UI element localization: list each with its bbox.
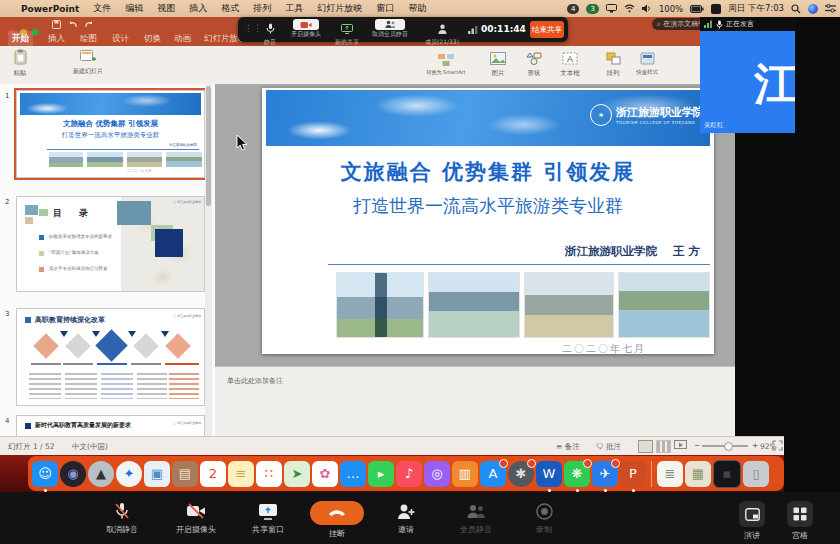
spotlight-icon[interactable]: [791, 4, 801, 14]
slide-thumbnail-4[interactable]: 新时代高职教育高质量发展的新要求 ◯ 浙江旅游职业学院: [16, 415, 205, 437]
dock-launchpad[interactable]: ▲: [88, 461, 114, 487]
mute-button[interactable]: 静音: [256, 19, 284, 47]
dock-calendar[interactable]: 2: [200, 461, 226, 487]
menu-help[interactable]: 帮助: [408, 2, 426, 15]
dock-photos[interactable]: ✿: [312, 461, 338, 487]
unmute-all-button[interactable]: 取消全员静音: [366, 19, 414, 39]
dock-podcasts[interactable]: ◎: [424, 461, 450, 487]
dock-contacts[interactable]: ▤: [172, 461, 198, 487]
dock-shared-screen-window[interactable]: ▪: [713, 460, 741, 488]
slide-thumbnail-3[interactable]: 高职教育持续深化改革 ◯ 浙江旅游职业学院: [16, 308, 205, 406]
dock-messages[interactable]: …: [340, 461, 366, 487]
dock-tim[interactable]: ✈: [592, 461, 618, 487]
dock-wechat[interactable]: ❋: [564, 461, 590, 487]
dock-books[interactable]: ▥: [452, 461, 478, 487]
textbox-button[interactable]: A 文本框: [554, 50, 586, 78]
start-camera-button-bottom[interactable]: 开启摄像头: [160, 501, 232, 535]
wifi-icon[interactable]: [624, 4, 635, 13]
dock-music[interactable]: ♪: [396, 461, 422, 487]
zoom-slider[interactable]: [702, 445, 748, 447]
menubar-app-name[interactable]: PowerPoint: [21, 4, 79, 14]
battery-icon[interactable]: [690, 5, 704, 13]
dock-notes[interactable]: ≡: [228, 461, 254, 487]
dock-safari[interactable]: ✦: [116, 461, 142, 487]
dock-preview[interactable]: ▣: [144, 461, 170, 487]
dock-downloads-folder[interactable]: ▦: [685, 461, 711, 487]
dock-app-store[interactable]: A: [480, 461, 506, 487]
menu-arrange[interactable]: 排列: [253, 2, 271, 15]
control-center-icon[interactable]: [825, 4, 836, 13]
menu-file[interactable]: 文件: [93, 2, 111, 15]
siri-icon[interactable]: [808, 4, 818, 14]
slide-thumbnail-1[interactable]: 文旅融合 优势集群 引领发展 打造世界一流高水平旅游类专业群 浙江旅游职业学院 …: [16, 90, 205, 178]
tab-design[interactable]: 设计: [108, 31, 133, 47]
slide-sorter-view-button[interactable]: [656, 440, 671, 453]
dock-facetime[interactable]: ▸: [368, 461, 394, 487]
dock-reminders[interactable]: ∷: [256, 461, 282, 487]
menu-view[interactable]: 视图: [157, 2, 175, 15]
menubar-clock[interactable]: 周日 下午7:03: [728, 3, 784, 15]
dock-powerpoint[interactable]: P: [620, 461, 646, 487]
main-slide[interactable]: ✶ 浙江旅游职业学院 TOURISM COLLEGE OF ZHEJIANG 文…: [262, 88, 714, 354]
comments-toggle-button[interactable]: 🗨 批注: [596, 442, 621, 452]
speaker-view-button[interactable]: 演讲: [730, 501, 774, 541]
redo-icon[interactable]: [84, 20, 94, 29]
invite-button[interactable]: 邀请: [370, 501, 442, 535]
slide-thumbnail-2[interactable]: ◯ 浙江旅游职业学院 目 录 职教改革对旅游类专业的新要求 “双高计划”整体建设…: [16, 196, 205, 292]
menu-tools[interactable]: 工具: [285, 2, 303, 15]
end-share-button[interactable]: 结束共享: [530, 21, 564, 38]
dock-textedit[interactable]: ≣: [657, 461, 683, 487]
notes-toggle-button[interactable]: ≡ 备注: [556, 442, 580, 452]
tab-home[interactable]: 开始: [8, 31, 33, 47]
paste-button[interactable]: 粘贴: [8, 49, 32, 78]
dock-word[interactable]: W: [536, 461, 562, 487]
picture-button[interactable]: 图片: [482, 50, 514, 78]
members-button[interactable]: 成员(21/33): [418, 19, 466, 47]
undo-icon[interactable]: [68, 20, 78, 29]
slideshow-view-button[interactable]: [674, 440, 687, 451]
new-share-button[interactable]: 新的共享: [330, 19, 364, 47]
language-indicator[interactable]: 中文(中国): [72, 442, 108, 452]
dock-system-preferences[interactable]: ✱: [508, 461, 534, 487]
convert-smartart-button[interactable]: 转换为 SmartArt: [424, 51, 468, 76]
quick-styles-button[interactable]: 快速样式: [630, 50, 664, 76]
input-method-icon[interactable]: [711, 4, 721, 14]
unmute-button[interactable]: 取消静音: [86, 501, 158, 535]
normal-view-button[interactable]: [638, 440, 653, 453]
record-button[interactable]: 录制: [508, 501, 580, 535]
meeting-floating-toolbar[interactable]: ⋮⋮ 静音 开启摄像头 新的共享 取消全员静音 成员(21/33) 00:11:…: [238, 17, 568, 42]
dock-maps[interactable]: ➤: [284, 461, 310, 487]
speaker-video-window[interactable]: 正在发言 江 吴红红: [700, 17, 795, 133]
notification-badge-a[interactable]: 4: [567, 4, 579, 14]
tab-draw[interactable]: 绘图: [76, 31, 101, 47]
share-window-button[interactable]: 共享窗口: [232, 501, 304, 535]
menu-insert[interactable]: 插入: [189, 2, 207, 15]
new-slide-button[interactable]: 新建幻灯片: [70, 49, 106, 75]
menu-format[interactable]: 格式: [221, 2, 239, 15]
tab-animations[interactable]: 动画: [170, 31, 195, 47]
mute-all-button[interactable]: 全员静音: [440, 501, 512, 535]
dock-siri[interactable]: ◉: [60, 461, 86, 487]
save-icon[interactable]: [52, 20, 61, 29]
menu-slideshow[interactable]: 幻灯片放映: [317, 2, 362, 15]
start-camera-button[interactable]: 开启摄像头: [286, 19, 326, 39]
zoom-slider-handle[interactable]: [724, 442, 733, 451]
arrange-button[interactable]: 排列: [598, 50, 628, 78]
shapes-button[interactable]: 形状: [518, 50, 550, 78]
zoom-out-button[interactable]: −: [694, 441, 700, 450]
dock-finder[interactable]: ☺: [32, 461, 58, 487]
window-zoom-button[interactable]: [32, 29, 39, 36]
tab-insert[interactable]: 插入: [44, 31, 69, 47]
display-icon[interactable]: [606, 4, 617, 13]
notification-badge-b[interactable]: 3: [586, 4, 598, 14]
dock-trash[interactable]: ▯: [743, 461, 769, 487]
gallery-view-button[interactable]: 宫格: [778, 501, 822, 541]
tab-transitions[interactable]: 切换: [140, 31, 165, 47]
volume-icon[interactable]: [642, 4, 652, 13]
notes-pane[interactable]: 单击此处添加备注: [215, 366, 735, 437]
fit-to-window-button[interactable]: [772, 440, 783, 451]
thumbnail-scrollbar-thumb[interactable]: [206, 86, 211, 206]
menu-edit[interactable]: 编辑: [125, 2, 143, 15]
zoom-in-button[interactable]: +: [752, 441, 758, 450]
menu-window[interactable]: 窗口: [376, 2, 394, 15]
